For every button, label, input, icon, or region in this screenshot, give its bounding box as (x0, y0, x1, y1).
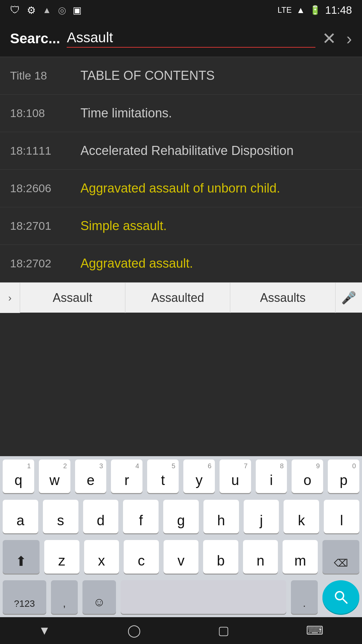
autocomplete-bar: › Assault Assaulted Assaults 🎤 (0, 282, 362, 313)
key-t[interactable]: 5t (147, 460, 179, 493)
result-title-3: Aggravated assault of unborn child. (80, 181, 352, 196)
search-input-wrapper (67, 30, 315, 48)
key-n[interactable]: n (243, 540, 278, 574)
emoji-key[interactable]: ☺ (82, 580, 116, 614)
result-item-0[interactable]: Title 18 TABLE OF CONTENTS (0, 57, 362, 95)
status-right: LTE ▲ 🔋 11:48 (278, 4, 352, 16)
keyboard: 1q 2w 3e 4r 5t 6y 7u 8i 9o 0p a s d f g … (0, 456, 362, 617)
key-y[interactable]: 6y (183, 460, 215, 493)
result-code-1: 18:108 (10, 107, 80, 120)
key-v[interactable]: v (164, 540, 199, 574)
result-code-2: 18:1111 (10, 144, 80, 157)
next-button[interactable]: › (346, 30, 352, 47)
result-title-2: Accelerated Rehabilitative Disposition (80, 144, 352, 158)
key-e[interactable]: 3e (75, 460, 107, 493)
status-icons-left: 🛡 ⚙ ▲ ◎ ▣ (10, 4, 81, 16)
key-x[interactable]: x (84, 540, 119, 574)
shield-icon: 🛡 (10, 4, 20, 16)
search-bar: Searc... ✕ › (0, 20, 362, 57)
clear-button[interactable]: ✕ (322, 30, 336, 47)
search-actions: ✕ › (322, 30, 352, 47)
svg-line-1 (343, 599, 347, 603)
shift-key[interactable]: ⬆ (3, 540, 40, 574)
signal-icon: ▲ (296, 5, 305, 15)
keyboard-button[interactable]: ⌨ (306, 624, 323, 638)
key-w[interactable]: 2w (39, 460, 70, 493)
result-item-5[interactable]: 18:2702 Aggravated assault. (0, 245, 362, 282)
back-button[interactable]: ▼ (39, 624, 51, 638)
key-z[interactable]: z (44, 540, 79, 574)
wifi-icon: ▲ (43, 5, 51, 15)
keyboard-row-1: 1q 2w 3e 4r 5t 6y 7u 8i 9o 0p (0, 456, 362, 496)
autocomplete-word-2[interactable]: Assaults (230, 283, 335, 313)
key-j[interactable]: j (244, 500, 279, 533)
gear-icon: ⚙ (27, 4, 36, 16)
key-l[interactable]: l (324, 500, 359, 533)
keyboard-row-2: a s d f g h j k l (0, 496, 362, 537)
key-d[interactable]: d (83, 500, 119, 533)
autocomplete-word-0[interactable]: Assault (20, 283, 125, 313)
result-code-5: 18:2702 (10, 257, 80, 270)
keyboard-row-3: ⬆ z x c v b n m ⌫ (0, 537, 362, 577)
bottom-nav: ▼ ◯ ▢ ⌨ (0, 617, 362, 644)
key-m[interactable]: m (283, 540, 318, 574)
key-k[interactable]: k (284, 500, 319, 533)
search-key[interactable] (322, 580, 359, 614)
autocomplete-suggestions: Assault Assaulted Assaults (20, 283, 335, 313)
comma-key[interactable]: , (51, 580, 78, 614)
result-item-3[interactable]: 18:2606 Aggravated assault of unborn chi… (0, 170, 362, 207)
result-title-4: Simple assault. (80, 219, 352, 233)
result-title-5: Aggravated assault. (80, 256, 352, 271)
autocomplete-expand[interactable]: › (0, 283, 20, 313)
sim-icon: ▣ (73, 5, 81, 16)
result-item-2[interactable]: 18:1111 Accelerated Rehabilitative Dispo… (0, 132, 362, 170)
key-r[interactable]: 4r (111, 460, 142, 493)
key-g[interactable]: g (163, 500, 199, 533)
result-code-3: 18:2606 (10, 182, 80, 195)
home-button[interactable]: ◯ (127, 624, 141, 638)
search-label: Searc... (10, 31, 60, 47)
space-key[interactable] (121, 580, 286, 614)
search-input[interactable] (67, 30, 315, 46)
status-bar: 🛡 ⚙ ▲ ◎ ▣ LTE ▲ 🔋 11:48 (0, 0, 362, 20)
result-item-1[interactable]: 18:108 Time limitations. (0, 95, 362, 132)
result-code-0: Title 18 (10, 69, 80, 82)
result-code-4: 18:2701 (10, 219, 80, 232)
globe-icon: ◎ (58, 5, 66, 16)
key-o[interactable]: 9o (292, 460, 323, 493)
key-i[interactable]: 8i (256, 460, 287, 493)
battery-icon: 🔋 (310, 5, 320, 15)
key-p[interactable]: 0p (328, 460, 359, 493)
lte-icon: LTE (278, 5, 292, 15)
results-list: Title 18 TABLE OF CONTENTS 18:108 Time l… (0, 57, 362, 282)
result-title-1: Time limitations. (80, 106, 352, 120)
key-s[interactable]: s (43, 500, 78, 533)
key-b[interactable]: b (203, 540, 238, 574)
result-title-0: TABLE OF CONTENTS (80, 68, 352, 83)
num-toggle-key[interactable]: ?123 (3, 580, 46, 614)
key-a[interactable]: a (3, 500, 38, 533)
result-item-4[interactable]: 18:2701 Simple assault. (0, 207, 362, 245)
period-key[interactable]: . (291, 580, 318, 614)
key-u[interactable]: 7u (220, 460, 251, 493)
mic-icon[interactable]: 🎤 (335, 283, 362, 313)
autocomplete-word-1[interactable]: Assaulted (125, 283, 231, 313)
backspace-key[interactable]: ⌫ (322, 540, 359, 574)
key-f[interactable]: f (123, 500, 159, 533)
keyboard-row-4: ?123 , ☺ . (0, 577, 362, 617)
key-c[interactable]: c (124, 540, 159, 574)
status-time: 11:48 (325, 4, 352, 16)
key-h[interactable]: h (203, 500, 239, 533)
recent-button[interactable]: ▢ (218, 624, 229, 638)
key-q[interactable]: 1q (3, 460, 34, 493)
